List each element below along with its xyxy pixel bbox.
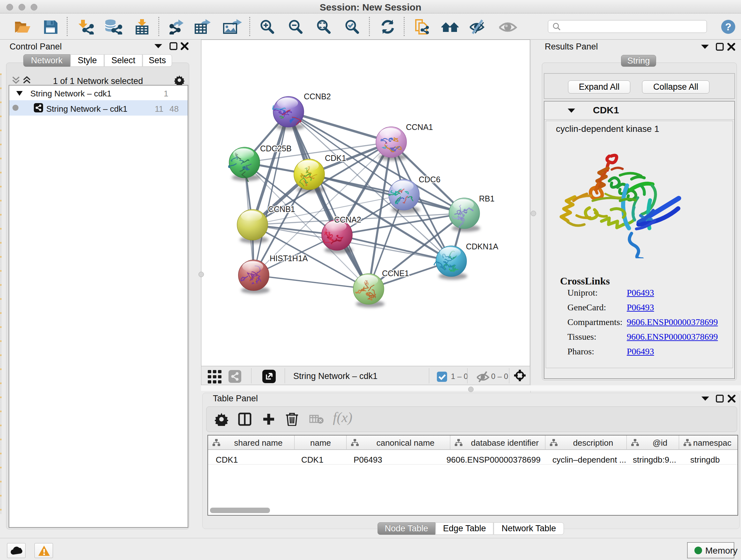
svg-text:CCNB1: CCNB1 bbox=[268, 205, 295, 213]
svg-text:CCNB2: CCNB2 bbox=[304, 92, 331, 101]
svg-text:?: ? bbox=[725, 21, 731, 33]
svg-text:CDC6: CDC6 bbox=[419, 175, 441, 184]
svg-text:CDK1: CDK1 bbox=[325, 153, 346, 163]
svg-text:CCNA2: CCNA2 bbox=[334, 215, 361, 224]
svg-text:CDKN1A: CDKN1A bbox=[466, 242, 498, 251]
svg-text:CCNE1: CCNE1 bbox=[382, 269, 409, 278]
svg-text:RB1: RB1 bbox=[479, 194, 495, 203]
svg-text:HIST1H1A: HIST1H1A bbox=[270, 254, 308, 263]
svg-text:CCNA1: CCNA1 bbox=[406, 123, 433, 132]
svg-text:CDC25B: CDC25B bbox=[260, 144, 292, 153]
